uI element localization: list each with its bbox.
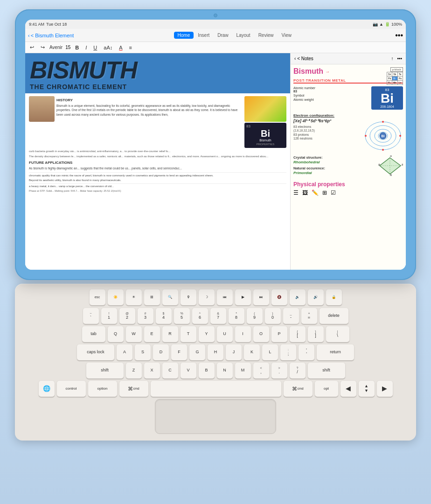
key-z[interactable]: Z bbox=[126, 363, 142, 378]
key-9[interactable]: (9 bbox=[247, 308, 263, 324]
key-l[interactable]: L bbox=[262, 344, 278, 360]
key-space[interactable] bbox=[151, 381, 281, 397]
key-3[interactable]: #3 bbox=[138, 308, 153, 324]
key-quote[interactable]: "' bbox=[299, 344, 314, 360]
underline-button[interactable]: U bbox=[91, 44, 99, 51]
key-minus[interactable]: _- bbox=[283, 308, 299, 324]
key-6[interactable]: ^6 bbox=[192, 308, 208, 324]
undo-button[interactable]: ↩ bbox=[28, 44, 36, 51]
key-return[interactable]: return bbox=[317, 344, 354, 360]
key-r[interactable]: R bbox=[162, 326, 178, 342]
format-button[interactable]: ≡ bbox=[127, 44, 134, 51]
tab-draw[interactable]: Draw bbox=[214, 32, 232, 39]
key-slash[interactable]: ?/ bbox=[290, 363, 306, 378]
key-mic[interactable]: 🎙 bbox=[181, 289, 196, 305]
key-i[interactable]: I bbox=[235, 326, 251, 342]
key-j[interactable]: J bbox=[226, 344, 242, 360]
key-8[interactable]: *8 bbox=[229, 308, 244, 324]
key-globe[interactable]: 🌐 bbox=[39, 381, 55, 397]
key-n[interactable]: N bbox=[217, 363, 233, 378]
key-vol-down[interactable]: 🔉 bbox=[290, 289, 306, 305]
key-cmd-right[interactable]: ⌘cmd bbox=[284, 381, 313, 397]
key-fast-fwd[interactable]: ⏭ bbox=[253, 289, 269, 305]
key-2[interactable]: @2 bbox=[119, 308, 135, 324]
key-vol-up[interactable]: 🔊 bbox=[308, 289, 324, 305]
tab-home[interactable]: Home bbox=[174, 32, 194, 39]
key-tilde[interactable]: ~` bbox=[83, 308, 99, 324]
key-y[interactable]: Y bbox=[199, 326, 215, 342]
key-cmd-left[interactable]: ⌘cmd bbox=[119, 381, 148, 397]
tab-insert[interactable]: Insert bbox=[194, 32, 213, 39]
key-v[interactable]: V bbox=[181, 363, 196, 378]
key-arrow-up-down[interactable]: ▲▼ bbox=[359, 381, 375, 397]
key-u[interactable]: U bbox=[217, 326, 233, 342]
key-a[interactable]: A bbox=[117, 344, 132, 360]
key-caps-lock[interactable]: caps lock bbox=[77, 344, 114, 360]
note-draw-icon[interactable]: ✏️ bbox=[312, 189, 319, 196]
notes-more-icon[interactable]: ••• bbox=[397, 56, 402, 61]
key-delete[interactable]: delete bbox=[320, 308, 348, 324]
key-1[interactable]: !1 bbox=[101, 308, 117, 324]
text-color-button[interactable]: A bbox=[117, 44, 124, 51]
key-q[interactable]: Q bbox=[108, 326, 124, 342]
key-period[interactable]: >. bbox=[271, 363, 287, 378]
key-p[interactable]: P bbox=[271, 326, 287, 342]
key-backslash[interactable]: |\ bbox=[326, 326, 349, 342]
key-w[interactable]: W bbox=[126, 326, 142, 342]
font-size-adjust[interactable]: aA↕ bbox=[102, 44, 114, 51]
key-bracket-right[interactable]: }] bbox=[308, 326, 324, 342]
redo-button[interactable]: ↪ bbox=[39, 44, 47, 51]
key-opt-right[interactable]: opt bbox=[315, 381, 338, 397]
key-e[interactable]: E bbox=[144, 326, 160, 342]
key-tab[interactable]: tab bbox=[82, 326, 105, 342]
trackpad[interactable] bbox=[155, 399, 276, 434]
key-shift-left[interactable]: shift bbox=[86, 363, 124, 378]
key-mute[interactable]: 🔇 bbox=[271, 289, 287, 305]
key-d[interactable]: D bbox=[153, 344, 169, 360]
tab-review[interactable]: Review bbox=[255, 32, 278, 39]
key-h[interactable]: H bbox=[208, 344, 223, 360]
note-image-icon[interactable]: 🖼 bbox=[302, 189, 308, 196]
note-list-icon[interactable]: ☰ bbox=[293, 189, 299, 196]
key-4[interactable]: $4 bbox=[156, 308, 172, 324]
key-control[interactable]: control bbox=[57, 381, 86, 397]
key-rewind[interactable]: ⏮ bbox=[217, 289, 233, 305]
key-shift-right[interactable]: shift bbox=[308, 363, 345, 378]
key-bracket-left[interactable]: {[ bbox=[290, 326, 306, 342]
key-mission-control[interactable]: ⊞ bbox=[144, 289, 160, 305]
key-b[interactable]: B bbox=[199, 363, 215, 378]
key-brightness-down[interactable]: ☀️ bbox=[108, 289, 124, 305]
back-button[interactable]: ‹ < Bismuth Element bbox=[28, 33, 74, 38]
key-arrow-left[interactable]: ◀ bbox=[341, 381, 356, 397]
key-arrow-right[interactable]: ▶ bbox=[377, 381, 393, 397]
key-0[interactable]: )0 bbox=[265, 308, 281, 324]
more-button[interactable]: ••• bbox=[395, 31, 403, 40]
key-m[interactable]: M bbox=[235, 363, 251, 378]
note-table-icon[interactable]: ⊞ bbox=[322, 189, 327, 196]
key-f[interactable]: F bbox=[171, 344, 187, 360]
bold-button[interactable]: B bbox=[73, 44, 81, 51]
notes-share-icon[interactable]: ↑ bbox=[391, 56, 393, 61]
key-g[interactable]: G bbox=[189, 344, 205, 360]
key-play[interactable]: ▶ bbox=[235, 289, 251, 305]
key-equals[interactable]: += bbox=[301, 308, 317, 324]
key-option[interactable]: option bbox=[88, 381, 117, 397]
tab-view[interactable]: View bbox=[278, 32, 295, 39]
key-esc[interactable]: esc bbox=[90, 289, 105, 305]
key-lock[interactable]: 🔒 bbox=[326, 289, 342, 305]
key-k[interactable]: K bbox=[244, 344, 260, 360]
key-moon[interactable]: ☽ bbox=[199, 289, 215, 305]
key-x[interactable]: X bbox=[144, 363, 160, 378]
key-brightness-up[interactable]: ☀ bbox=[126, 289, 142, 305]
key-5[interactable]: %5 bbox=[174, 308, 190, 324]
font-size[interactable]: 15 bbox=[65, 45, 70, 50]
italic-button[interactable]: I bbox=[83, 44, 89, 51]
tab-layout[interactable]: Layout bbox=[233, 32, 254, 39]
key-o[interactable]: O bbox=[253, 326, 269, 342]
notes-back[interactable]: ‹ < Notes bbox=[294, 56, 313, 61]
key-t[interactable]: T bbox=[181, 326, 196, 342]
key-s[interactable]: S bbox=[135, 344, 151, 360]
key-search[interactable]: 🔍 bbox=[162, 289, 178, 305]
font-selector[interactable]: Avenir bbox=[49, 45, 63, 50]
key-semicolon[interactable]: :; bbox=[280, 344, 296, 360]
